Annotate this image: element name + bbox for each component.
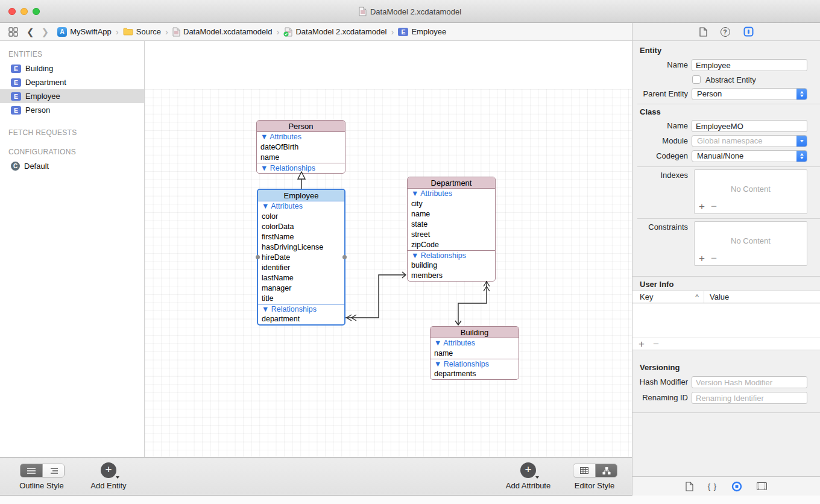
entity-box-building[interactable]: Building ▼ Attributesname▼ Relationships… [430,326,519,380]
sidebar-item-default-configuration[interactable]: C Default [0,159,144,173]
entity-badge-icon: E [11,78,21,87]
module-combo-box[interactable]: Global namespace [692,135,807,147]
user-info-table-header[interactable]: Key ^ Value [632,291,820,303]
hash-modifier-field[interactable] [692,376,807,388]
add-attribute-caret-icon[interactable] [535,476,539,479]
entity-title[interactable]: Employee [258,190,344,201]
attributes-section-header[interactable]: ▼ Attributes [258,201,344,212]
codegen-dropdown[interactable]: Manual/None [692,150,807,162]
attribute-row[interactable]: colorData [258,222,344,232]
breadcrumb-entity[interactable]: E Employee [398,27,446,36]
attribute-row[interactable]: state [408,219,495,230]
constraints-add-button[interactable]: + [699,253,705,264]
attribute-row[interactable]: color [258,212,344,222]
user-info-add-button[interactable]: + [639,338,645,350]
relationship-row[interactable]: departments [430,369,519,379]
document-icon [359,7,367,16]
data-model-inspector: Entity Name Abstract Entity Parent Entit… [632,41,820,496]
attribute-row[interactable]: name [408,209,495,219]
attribute-row[interactable]: dateOfBirth [257,142,345,153]
back-button[interactable]: ❮ [27,27,34,37]
model-diagram-canvas[interactable]: Person ▼ AttributesdateOfBirthname▼ Rela… [145,41,632,457]
breadcrumb-group[interactable]: Source [123,27,161,36]
inspector-toggle-icon[interactable] [743,27,754,37]
attribute-row[interactable]: city [408,199,495,209]
relationship-row[interactable]: department [258,314,344,324]
user-info-table[interactable] [632,304,820,338]
quick-help-inspector-tab-icon[interactable]: { } [708,482,717,491]
file-inspector-tab-icon[interactable] [686,482,693,491]
attribute-row[interactable]: zipCode [408,240,495,250]
add-entity-button[interactable]: + [101,462,116,478]
entity-name-field[interactable] [692,59,807,71]
breadcrumb-separator: › [391,27,394,37]
editor-style-segmented-control[interactable] [573,464,617,477]
attribute-row[interactable]: identifier [258,263,344,273]
sidebar-item-person[interactable]: E Person [0,103,144,117]
add-entity-caret-icon[interactable] [116,476,119,479]
constraints-table[interactable]: No Content +− [694,221,807,266]
outline-style-hierarchical-icon[interactable] [42,464,64,477]
editor-style-table-icon[interactable] [573,464,595,477]
forward-button[interactable]: ❯ [42,27,49,37]
indexes-table[interactable]: No Content +− [694,169,807,214]
attribute-row[interactable]: manager [258,283,344,294]
selection-handle[interactable] [256,255,260,259]
attribute-row[interactable]: name [430,348,519,359]
attribute-row[interactable]: street [408,230,495,240]
breadcrumb-model-version[interactable]: DataModel 2.xcdatamodel [283,27,386,37]
sidebar-item-employee[interactable]: E Employee [0,89,144,103]
renaming-id-field[interactable] [692,392,807,404]
outline-style-segmented-control[interactable] [20,464,65,477]
attribute-row[interactable]: lastName [258,273,344,283]
relationship-row[interactable]: members [408,271,495,281]
version-inspector-tab-icon[interactable] [757,482,767,490]
user-info-buttons-bar: + − [632,338,820,350]
sidebar-item-building[interactable]: E Building [0,61,144,75]
entity-box-person[interactable]: Person ▼ AttributesdateOfBirthname▼ Rela… [256,120,345,174]
relationships-section-header[interactable]: ▼ Relationships [408,250,495,260]
add-attribute-button[interactable]: + [520,462,536,478]
selection-handle[interactable] [342,255,347,259]
entity-title[interactable]: Department [408,177,495,189]
hash-modifier-label: Hash Modifier [632,377,688,386]
entity-badge-icon: E [11,65,21,73]
user-info-remove-button[interactable]: − [653,338,659,350]
indexes-add-button[interactable]: + [699,201,705,212]
breadcrumb-model-container[interactable]: DataModel.xcdatamodeld [172,27,272,37]
class-name-field[interactable] [692,120,807,132]
entity-title[interactable]: Building [430,327,519,338]
attribute-row[interactable]: hasDrivingLicense [258,242,344,253]
breadcrumb-project[interactable]: A MySwiftApp [57,27,112,37]
quick-help-icon[interactable]: ? [721,27,730,37]
attribute-row[interactable]: title [258,294,344,304]
indexes-remove-button[interactable]: − [711,201,717,212]
attribute-row[interactable]: firstName [258,232,344,242]
breadcrumb-separator: › [165,27,168,37]
attribute-row[interactable]: name [257,153,345,163]
abstract-entity-checkbox[interactable] [692,75,701,84]
entity-box-employee[interactable]: Employee ▼ AttributescolorcolorDatafirst… [257,189,345,326]
entity-title[interactable]: Person [257,121,345,132]
attributes-section-header[interactable]: ▼ Attributes [408,189,495,199]
indexes-label: Indexes [632,171,688,180]
relationships-section-header[interactable]: ▼ Relationships [257,163,345,173]
related-items-icon[interactable] [8,27,18,37]
xcode-window: DataModel 2.xcdatamodel ❮ ❯ A MySwiftApp… [0,0,820,504]
relationships-section-header[interactable]: ▼ Relationships [430,359,519,369]
constraints-remove-button[interactable]: − [711,253,717,264]
value-column-header[interactable]: Value [710,291,729,303]
outline-style-flat-icon[interactable] [20,464,42,477]
file-inspector-icon[interactable] [699,27,707,37]
attributes-section-header[interactable]: ▼ Attributes [257,132,345,142]
entity-box-department[interactable]: Department ▼ Attributescitynamestatestre… [407,177,496,282]
attribute-row[interactable]: hireDate [258,253,344,263]
sidebar-item-department[interactable]: E Department [0,75,144,89]
attributes-section-header[interactable]: ▼ Attributes [430,338,519,348]
data-model-inspector-tab-icon[interactable] [731,481,742,492]
editor-style-graph-icon[interactable] [595,464,617,477]
key-column-header[interactable]: Key [640,291,653,303]
parent-entity-dropdown[interactable]: Person [692,88,807,100]
relationships-section-header[interactable]: ▼ Relationships [258,304,344,314]
relationship-row[interactable]: building [408,260,495,271]
